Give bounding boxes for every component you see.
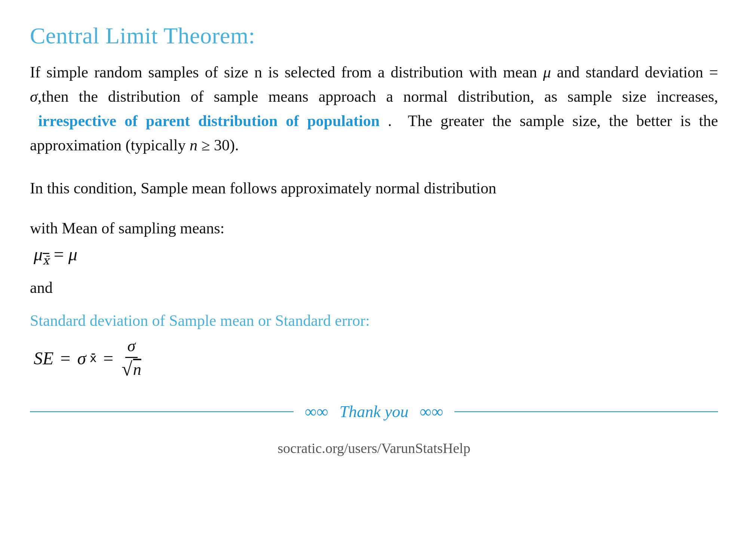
mean-section: with Mean of sampling means: μx̄ = μ xyxy=(30,219,718,267)
std-label: Standard deviation of Sample mean or Sta… xyxy=(30,312,718,330)
page-title: Central Limit Theorem: xyxy=(30,22,718,49)
right-curl-decoration: ∞∞ xyxy=(420,402,443,421)
mean-formula: μx̄ = μ xyxy=(34,244,718,267)
thank-you-text: Thank you xyxy=(340,402,409,421)
footer: socratic.org/users/VarunStatsHelp xyxy=(30,440,718,456)
and-text: and xyxy=(30,279,718,297)
highlight-text: irrespective of parent distribution of p… xyxy=(38,112,380,129)
thank-you-section: ∞∞ Thank you ∞∞ xyxy=(30,402,718,421)
intro-paragraph: If simple random samples of size n is se… xyxy=(30,60,718,157)
right-divider xyxy=(454,411,718,412)
mean-label: with Mean of sampling means: xyxy=(30,219,718,237)
se-formula: SE = σx̄ = σ √n xyxy=(34,336,718,380)
left-divider xyxy=(30,411,294,412)
condition-text: In this condition, Sample mean follows a… xyxy=(30,176,718,201)
std-section: Standard deviation of Sample mean or Sta… xyxy=(30,312,718,380)
left-curl-decoration: ∞∞ xyxy=(305,402,328,421)
